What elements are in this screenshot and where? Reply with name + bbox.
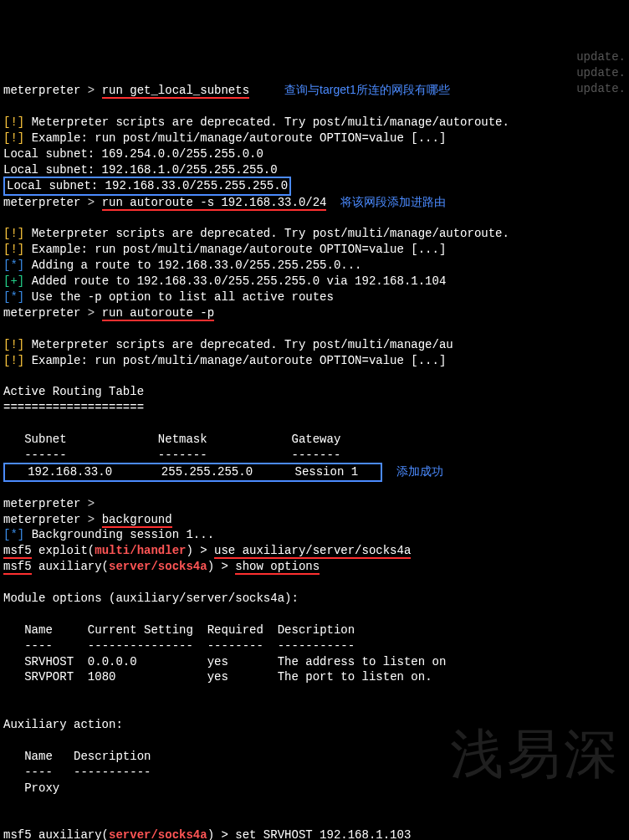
- opt-srvhost-name: SRVHOST: [24, 655, 74, 668]
- aux-h-desc: Description: [74, 750, 151, 763]
- opt-h-cur: Current Setting: [88, 623, 193, 637]
- prompt-arrow: >: [80, 497, 101, 510]
- th-subnet: Subnet: [24, 433, 66, 446]
- annotation-add-route: 将该网段添加进路由: [340, 195, 446, 208]
- path-socks4a: server/socks4a: [109, 560, 207, 573]
- prompt-exploit: exploit(: [32, 544, 95, 557]
- aux-action-header: Auxiliary action:: [3, 718, 123, 731]
- prompt-arrow: >: [80, 306, 101, 320]
- prompt-meterpreter: meterpreter: [3, 497, 80, 510]
- opt-srvport-val: 1080: [88, 670, 116, 684]
- opt-h-req: Required: [207, 623, 263, 637]
- th-gateway: Gateway: [292, 433, 341, 446]
- aux-h-name: Name: [24, 750, 53, 763]
- text-deprecated: Meterpreter scripts are deprecated. Try …: [32, 227, 509, 240]
- marker-warn: [!]: [3, 115, 24, 129]
- opt-h-name: Name: [24, 623, 53, 637]
- th-netmask: Netmask: [158, 433, 207, 446]
- prompt-meterpreter: meterpreter: [3, 306, 80, 320]
- opt-srvhost-req: yes: [207, 655, 228, 668]
- cmd-background: background: [102, 513, 172, 528]
- cmd-get-local-subnets: run get_local_subnets: [102, 84, 249, 99]
- text-subnet-3: Local subnet: 192.168.33.0/255.255.255.0: [7, 179, 288, 192]
- opt-srvport-name: SRVPORT: [24, 670, 74, 684]
- terminal-output[interactable]: meterpreter > run get_local_subnets 查询与t…: [3, 67, 626, 840]
- opt-srvhost-val: 0.0.0.0: [88, 655, 137, 668]
- th-sep: ------: [24, 448, 66, 462]
- th-sep: -------: [292, 448, 341, 462]
- opt-srvport-req: yes: [207, 670, 228, 684]
- opt-sep: --------: [207, 639, 263, 653]
- text-backgrounding: Backgrounding session 1...: [32, 528, 214, 541]
- aux-proxy: Proxy: [24, 781, 59, 795]
- prompt-auxiliary: auxiliary(: [32, 560, 109, 573]
- marker-warn: [!]: [3, 227, 24, 240]
- module-options-header: Module options (auxiliary/server/socks4a…: [3, 592, 299, 605]
- prompt-meterpreter: meterpreter: [3, 84, 80, 97]
- td-subnet: 192.168.33.0: [28, 465, 112, 479]
- prompt-msf5: msf5: [3, 828, 32, 840]
- opt-srvhost-desc: The address to listen on: [278, 655, 447, 668]
- prompt-close: ) >: [207, 828, 236, 840]
- cmd-show-options: show options: [235, 560, 320, 575]
- marker-warn: [!]: [3, 354, 24, 367]
- marker-warn: [!]: [3, 131, 24, 145]
- aux-sep: -----------: [74, 766, 151, 779]
- routing-table-title: Active Routing Table: [3, 385, 144, 398]
- annotation-add-success: 添加成功: [396, 464, 443, 478]
- text-example: Example: run post/multi/manage/autoroute…: [32, 243, 447, 256]
- prompt-auxiliary: auxiliary(: [32, 828, 109, 840]
- routing-table-sep: ====================: [3, 401, 144, 414]
- cmd-use-socks4a: use auxiliary/server/socks4a: [214, 544, 411, 559]
- text-example: Example: run post/multi/manage/autoroute…: [32, 354, 447, 367]
- marker-info: [*]: [3, 259, 24, 272]
- prompt-meterpreter: meterpreter: [3, 196, 80, 209]
- opt-sep: ---------------: [88, 639, 193, 653]
- annotation-query-subnets: 查询与target1所连的网段有哪些: [284, 83, 450, 96]
- marker-info: [*]: [3, 290, 24, 304]
- cmd-set-srvhost: set SRVHOST 192.168.1.103: [235, 828, 411, 840]
- prompt-arrow: >: [80, 196, 101, 209]
- opt-srvport-desc: The port to listen on.: [278, 670, 432, 684]
- cmd-autoroute-add: run autoroute -s 192.168.33.0/24: [102, 196, 327, 211]
- text-use-p: Use the -p option to list all active rou…: [32, 290, 334, 304]
- aux-sep: ----: [24, 766, 53, 779]
- path-multi-handler: multi/handler: [95, 544, 186, 557]
- text-adding-route: Adding a route to 192.168.33.0/255.255.2…: [32, 259, 362, 272]
- opt-sep: ----: [24, 639, 53, 653]
- marker-warn: [!]: [3, 243, 24, 256]
- prompt-arrow: >: [80, 84, 101, 97]
- bg-faded-text: update. update. update.: [576, 33, 626, 97]
- cmd-autoroute-list: run autoroute -p: [102, 306, 214, 321]
- text-deprecated: Meterpreter scripts are deprecated. Try …: [32, 338, 453, 351]
- highlight-box-subnet: Local subnet: 192.168.33.0/255.255.255.0: [3, 177, 291, 196]
- td-netmask: 255.255.255.0: [161, 465, 253, 479]
- path-socks4a: server/socks4a: [109, 828, 207, 840]
- text-deprecated: Meterpreter scripts are deprecated. Try …: [32, 115, 509, 129]
- opt-sep: -----------: [278, 639, 355, 653]
- prompt-arrow: >: [80, 513, 101, 526]
- prompt-meterpreter: meterpreter: [3, 513, 80, 526]
- opt-h-desc: Description: [278, 623, 355, 637]
- th-sep: -------: [158, 448, 207, 462]
- marker-warn: [!]: [3, 338, 24, 351]
- prompt-close: ) >: [186, 544, 214, 557]
- text-added-route: Added route to 192.168.33.0/255.255.255.…: [32, 274, 447, 288]
- prompt-msf5: msf5: [3, 544, 32, 559]
- highlight-box-route-row: 192.168.33.0 255.255.255.0 Session 1: [3, 463, 382, 482]
- td-gateway: Session 1: [295, 465, 359, 479]
- marker-ok: [+]: [3, 274, 24, 288]
- prompt-close: ) >: [207, 560, 236, 573]
- marker-info: [*]: [3, 528, 24, 541]
- text-subnet-2: Local subnet: 192.168.1.0/255.255.255.0: [3, 163, 278, 177]
- text-subnet-1: Local subnet: 169.254.0.0/255.255.0.0: [3, 147, 263, 161]
- text-example: Example: run post/multi/manage/autoroute…: [32, 131, 447, 145]
- prompt-msf5: msf5: [3, 560, 32, 575]
